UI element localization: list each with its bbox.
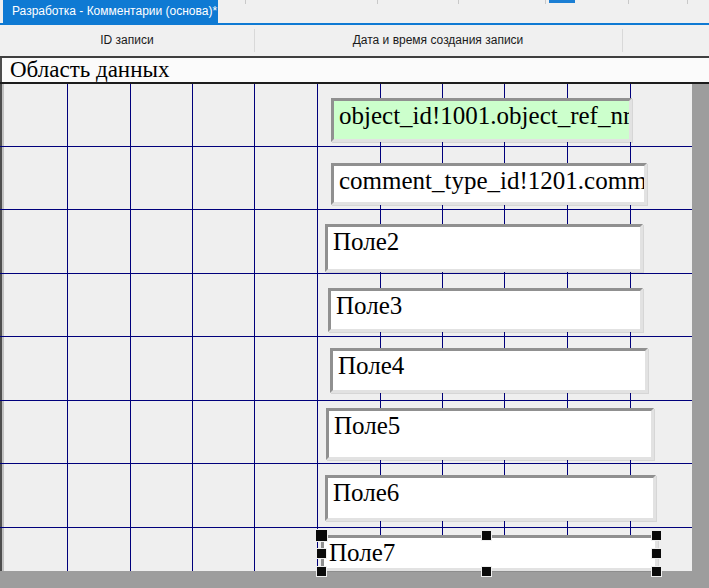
ribbon-remnant-tick [377, 0, 378, 4]
header-separator [622, 29, 623, 52]
selection-handle-left[interactable] [317, 549, 326, 558]
grid-line-vertical [254, 84, 255, 571]
textbox-pole6[interactable]: Поле6 [325, 475, 656, 521]
header-label-record-id-text: ID записи [100, 33, 153, 47]
textbox-object-ref[interactable]: object_id!1001.object_ref_nr [331, 98, 632, 142]
grid-line-vertical [317, 84, 318, 571]
grid-line-vertical [130, 84, 131, 571]
ribbon-remnant-tick [545, 0, 546, 4]
design-work-area: object_id!1001.object_ref_nrcomment_type… [0, 84, 709, 588]
form-header-section: ID записи Дата и время создания записи [0, 25, 709, 56]
ribbon-remnant-tick [458, 0, 459, 4]
grid-line-horizontal [0, 209, 692, 210]
grid-line-horizontal [0, 146, 692, 147]
ribbon-active-tab-underline [549, 0, 575, 3]
ribbon-remnant-tick [245, 0, 246, 4]
grid-line-vertical [67, 84, 68, 571]
selection-handle-top[interactable] [482, 531, 491, 540]
header-label-record-id[interactable]: ID записи [0, 25, 254, 56]
selection-handle-move[interactable] [316, 530, 327, 541]
ribbon-remnant-tick [687, 0, 688, 4]
selection-handle-bottom[interactable] [482, 567, 491, 576]
grid-line-vertical [192, 84, 193, 571]
selection-handle-top-right[interactable] [652, 531, 661, 540]
section-header-title: Область данных [10, 57, 169, 82]
grid-line-horizontal [0, 463, 692, 464]
grid-line-horizontal [0, 273, 692, 274]
document-tab[interactable]: Разработка - Комментарии (основа)* [3, 0, 218, 23]
form-grid-surface[interactable]: object_id!1001.object_ref_nrcomment_type… [0, 84, 692, 571]
surface-left-edge [0, 84, 4, 571]
grid-line-horizontal [0, 527, 692, 528]
header-label-created-datetime[interactable]: Дата и время создания записи [254, 25, 622, 56]
textbox-pole5[interactable]: Поле5 [326, 408, 654, 460]
header-label-created-datetime-text: Дата и время создания записи [353, 33, 524, 47]
selection-handle-bottom-left[interactable] [317, 567, 326, 576]
textbox-pole3[interactable]: Поле3 [328, 288, 643, 332]
grid-line-horizontal [0, 336, 692, 337]
textbox-pole2[interactable]: Поле2 [325, 224, 643, 272]
ribbon-remnant-tick [628, 0, 629, 4]
document-tab-title: Разработка - Комментарии (основа)* [12, 4, 217, 18]
selection-handle-right[interactable] [652, 549, 661, 558]
grid-line-horizontal [0, 400, 692, 401]
textbox-pole4[interactable]: Поле4 [330, 348, 648, 393]
section-header-detail[interactable]: Область данных [0, 58, 709, 82]
textbox-comment-type[interactable]: comment_type_id!1201.comment [331, 163, 647, 205]
selection-handle-bottom-right[interactable] [652, 567, 661, 576]
form-design-view: Разработка - Комментарии (основа)* ID за… [0, 0, 709, 588]
document-tab-bar: Разработка - Комментарии (основа)* [0, 0, 709, 25]
